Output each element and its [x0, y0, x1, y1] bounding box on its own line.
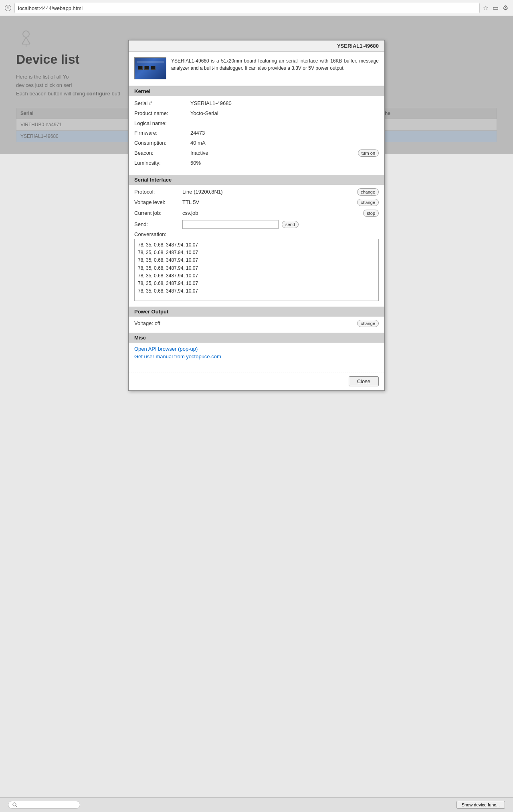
svg-line-6 — [16, 806, 17, 807]
luminosity-value: 50% — [190, 159, 379, 168]
turn-on-button[interactable]: turn on — [358, 149, 379, 157]
kernel-firmware-row: Firmware: 24473 — [134, 129, 379, 137]
protocol-label: Protocol: — [134, 188, 182, 196]
beacon-action[interactable]: turn on — [358, 149, 379, 158]
kernel-luminosity-row: Luminosity: 50% — [134, 159, 379, 168]
power-voltage-row: Voltage: off change — [134, 320, 379, 327]
search-input[interactable] — [19, 802, 75, 807]
logical-label: Logical name: — [134, 119, 190, 128]
conversation-label: Conversation: — [134, 231, 379, 237]
serial-label: Serial # — [134, 99, 190, 108]
conversation-line-3: 78, 35, 0.68, 3487.94, 10.07 — [138, 257, 375, 264]
section-header-misc: Misc — [129, 333, 384, 343]
protocol-change-action[interactable]: change — [357, 188, 379, 196]
firmware-label: Firmware: — [134, 129, 190, 137]
current-job-label: Current job: — [134, 209, 182, 218]
browser-bar: ℹ localhost:4444/webapp.html ☆ ▭ ⚙ — [0, 0, 513, 16]
search-box[interactable] — [8, 801, 80, 809]
modal-footer: Close — [129, 372, 384, 390]
current-job-row: Current job: csv.job stop — [134, 209, 379, 218]
device-thumbnail — [134, 57, 166, 79]
page-background: Device list Here is the list of all Yo d… — [0, 16, 513, 154]
api-browser-link[interactable]: Open API browser (pop-up) — [134, 346, 379, 352]
kernel-section: Serial # YSERIAL1-49680 Product name: Yo… — [129, 96, 384, 174]
kernel-consumption-row: Consumption: 40 mA — [134, 139, 379, 147]
url-bar[interactable]: localhost:4444/webapp.html — [14, 3, 480, 13]
send-input[interactable] — [182, 220, 279, 229]
conversation-line-2: 78, 35, 0.68, 3487.94, 10.07 — [138, 249, 375, 257]
extensions-icon[interactable]: ⚙ — [503, 4, 508, 12]
user-manual-link[interactable]: Get user manual from yoctopuce.com — [134, 353, 379, 360]
stop-button[interactable]: stop — [363, 210, 379, 217]
send-label: Send: — [134, 220, 182, 229]
browser-toolbar-icons: ☆ ▭ ⚙ — [483, 4, 508, 12]
send-row: Send: send — [134, 220, 379, 229]
conversation-line-5: 78, 35, 0.68, 3487.94, 10.07 — [138, 272, 375, 280]
voltage-level-value: TTL 5V — [182, 198, 357, 207]
voltage-change-action[interactable]: change — [357, 198, 379, 207]
product-label: Product name: — [134, 109, 190, 118]
voltage-level-row: Voltage level: TTL 5V change — [134, 198, 379, 207]
luminosity-label: Luminosity: — [134, 159, 190, 168]
consumption-label: Consumption: — [134, 139, 190, 147]
bottom-bar: Show device func... — [0, 797, 513, 812]
conversation-line-4: 78, 35, 0.68, 3487.94, 10.07 — [138, 265, 375, 272]
voltage-change-button[interactable]: change — [357, 199, 379, 206]
conversation-line-1: 78, 35, 0.68, 3487.94, 10.07 — [138, 241, 375, 249]
protocol-value: Line (19200,8N1) — [182, 188, 357, 196]
beacon-value: Inactive — [190, 149, 354, 158]
section-header-kernel: Kernel — [129, 86, 384, 96]
protocol-change-button[interactable]: change — [357, 188, 379, 196]
serial-interface-section: Protocol: Line (19200,8N1) change Voltag… — [129, 185, 384, 306]
current-job-value: csv.job — [182, 209, 363, 218]
modal-header-description: YSERIAL1-49680 is a 51x20mm board featur… — [171, 57, 379, 79]
power-change-button[interactable]: change — [357, 320, 379, 327]
serial-value: YSERIAL1-49680 — [190, 99, 379, 108]
conversation-line-6: 78, 35, 0.68, 3487.94, 10.07 — [138, 280, 375, 287]
firmware-value: 24473 — [190, 129, 379, 137]
kernel-logical-row: Logical name: — [134, 119, 379, 128]
modal-title: YSERIAL1-49680 — [337, 43, 379, 49]
section-header-serial: Serial Interface — [129, 175, 384, 185]
voltage-level-label: Voltage level: — [134, 198, 182, 207]
section-header-power: Power Output — [129, 307, 384, 317]
cast-icon[interactable]: ▭ — [493, 4, 499, 12]
consumption-value: 40 mA — [190, 139, 379, 147]
close-button[interactable]: Close — [349, 376, 379, 386]
kernel-product-row: Product name: Yocto-Serial — [134, 109, 379, 118]
search-icon — [12, 802, 17, 807]
conversation-box: Conversation: 78, 35, 0.68, 3487.94, 10.… — [134, 231, 379, 301]
conversation-line-7: 78, 35, 0.68, 3487.94, 10.07 — [138, 287, 375, 295]
show-device-funcs-button[interactable]: Show device func... — [456, 801, 505, 809]
modal-title-bar: YSERIAL1-49680 — [129, 40, 384, 52]
info-icon: ℹ — [5, 5, 11, 11]
modal-dialog: YSERIAL1-49680 YSERIAL1-49680 is a 51x20… — [128, 40, 385, 391]
product-value: Yocto-Serial — [190, 109, 379, 118]
power-voltage-text: Voltage: off — [134, 320, 357, 326]
protocol-row: Protocol: Line (19200,8N1) change — [134, 188, 379, 196]
conversation-area[interactable]: 78, 35, 0.68, 3487.94, 10.07 78, 35, 0.6… — [134, 239, 379, 301]
send-action[interactable]: send — [282, 220, 299, 229]
job-stop-action[interactable]: stop — [363, 209, 379, 218]
kernel-serial-row: Serial # YSERIAL1-49680 — [134, 99, 379, 108]
kernel-beacon-row: Beacon: Inactive turn on — [134, 149, 379, 158]
misc-section: Open API browser (pop-up) Get user manua… — [129, 343, 384, 366]
beacon-label: Beacon: — [134, 149, 190, 158]
modal-overlay: YSERIAL1-49680 YSERIAL1-49680 is a 51x20… — [0, 16, 513, 154]
send-button[interactable]: send — [282, 221, 299, 228]
modal-header: YSERIAL1-49680 is a 51x20mm board featur… — [129, 52, 384, 85]
power-output-section: Voltage: off change — [129, 317, 384, 332]
bookmark-icon[interactable]: ☆ — [483, 4, 489, 12]
svg-point-5 — [13, 803, 16, 806]
